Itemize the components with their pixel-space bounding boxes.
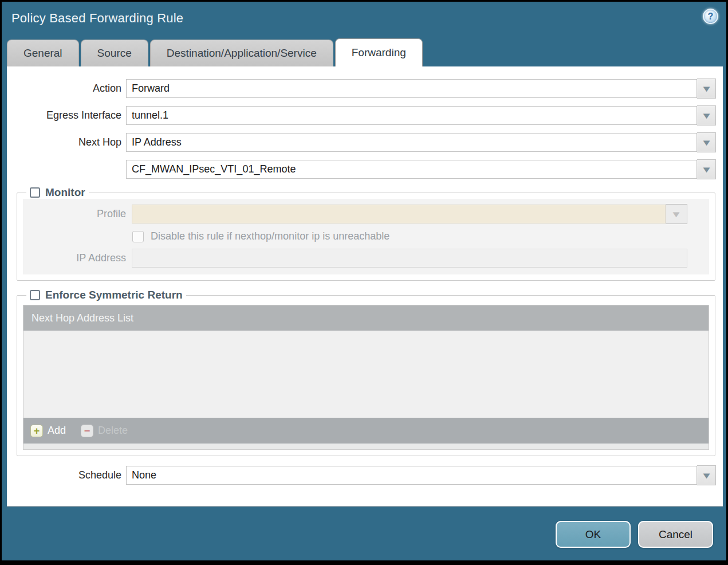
monitor-section: Monitor Profile ▼ Disable this rule if n… <box>17 186 715 281</box>
delete-button: − Delete <box>81 425 128 437</box>
tab-forwarding[interactable]: Forwarding <box>335 38 423 66</box>
title-bar: Policy Based Forwarding Rule ? <box>2 2 726 40</box>
chevron-down-icon: ▼ <box>701 165 712 174</box>
enforce-symmetric-return-checkbox[interactable] <box>30 290 40 300</box>
monitor-checkbox[interactable] <box>30 187 40 198</box>
action-select[interactable] <box>126 79 697 98</box>
table-footer: + Add − Delete <box>23 418 709 444</box>
next-hop-row: Next Hop ▼ <box>7 132 723 152</box>
next-hop-label: Next Hop <box>7 136 121 148</box>
profile-row: Profile ▼ <box>23 204 709 224</box>
dialog-title: Policy Based Forwarding Rule <box>11 11 183 26</box>
egress-interface-row: Egress Interface ▼ <box>7 105 723 125</box>
egress-interface-dropdown-button[interactable]: ▼ <box>697 105 716 125</box>
profile-select <box>132 205 666 223</box>
monitor-ip-address-input <box>132 249 687 268</box>
disable-rule-checkbox <box>132 231 144 242</box>
delete-button-label: Delete <box>98 425 128 437</box>
add-icon: + <box>30 425 43 437</box>
dialog-frame: Policy Based Forwarding Rule ? General S… <box>2 2 726 560</box>
chevron-down-icon: ▼ <box>670 210 682 218</box>
profile-dropdown-button: ▼ <box>666 204 687 224</box>
table-body-empty <box>23 331 709 418</box>
chevron-down-icon: ▼ <box>701 111 712 120</box>
tab-strip: General Source Destination/Application/S… <box>7 40 423 66</box>
tab-destination-application-service[interactable]: Destination/Application/Service <box>150 40 333 66</box>
monitor-body: Profile ▼ Disable this rule if nexthop/m… <box>23 199 709 274</box>
next-hop-address-list-table: Next Hop Address List + Add − Delete <box>23 305 709 450</box>
forwarding-tab-panel: Action ▼ Egress Interface ▼ <box>7 66 723 507</box>
dialog-footer: OK Cancel <box>2 507 726 562</box>
add-button-label: Add <box>48 425 66 437</box>
next-hop-address-dropdown-button[interactable]: ▼ <box>697 159 716 179</box>
next-hop-address-select[interactable] <box>126 160 697 179</box>
enforce-symmetric-return-legend: Enforce Symmetric Return <box>26 289 186 301</box>
monitor-ip-address-label: IP Address <box>23 252 126 264</box>
tab-source[interactable]: Source <box>81 40 148 66</box>
add-button[interactable]: + Add <box>30 425 66 437</box>
schedule-label: Schedule <box>7 469 121 481</box>
profile-label: Profile <box>23 208 126 220</box>
disable-rule-label: Disable this rule if nexthop/monitor ip … <box>151 230 389 242</box>
chevron-down-icon: ▼ <box>701 471 712 480</box>
disable-rule-row: Disable this rule if nexthop/monitor ip … <box>23 230 709 242</box>
table-scrollbar-track <box>23 444 709 449</box>
schedule-select[interactable] <box>126 466 697 485</box>
tab-general[interactable]: General <box>7 40 79 66</box>
action-dropdown-button[interactable]: ▼ <box>697 79 716 99</box>
next-hop-type-select[interactable] <box>126 133 697 152</box>
action-label: Action <box>7 83 121 95</box>
help-icon[interactable]: ? <box>703 9 718 24</box>
next-hop-address-row: ▼ <box>7 159 723 179</box>
monitor-title: Monitor <box>45 186 85 199</box>
action-row: Action ▼ <box>7 79 723 99</box>
enforce-symmetric-return-section: Enforce Symmetric Return Next Hop Addres… <box>17 289 715 456</box>
delete-icon: − <box>81 425 93 437</box>
cancel-button[interactable]: Cancel <box>638 521 713 548</box>
monitor-legend: Monitor <box>26 186 89 199</box>
egress-interface-select[interactable] <box>126 106 697 125</box>
ok-button[interactable]: OK <box>556 521 631 548</box>
schedule-dropdown-button[interactable]: ▼ <box>697 465 716 485</box>
egress-interface-label: Egress Interface <box>7 109 121 121</box>
next-hop-type-dropdown-button[interactable]: ▼ <box>697 132 716 152</box>
schedule-row: Schedule ▼ <box>7 465 723 485</box>
table-header: Next Hop Address List <box>23 305 709 331</box>
chevron-down-icon: ▼ <box>701 138 712 147</box>
form-area: Action ▼ Egress Interface ▼ <box>7 66 723 485</box>
enforce-symmetric-return-title: Enforce Symmetric Return <box>45 289 183 301</box>
monitor-ip-address-row: IP Address <box>23 249 709 268</box>
chevron-down-icon: ▼ <box>701 84 712 93</box>
